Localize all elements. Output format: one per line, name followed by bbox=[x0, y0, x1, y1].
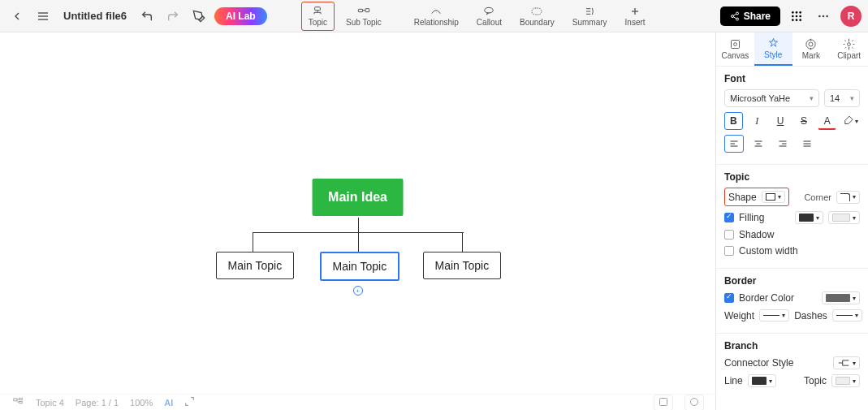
svg-rect-74 bbox=[19, 401, 23, 403]
bordercolor-select[interactable]: ▾ bbox=[822, 291, 860, 304]
font-section: Font Microsoft YaHe▾ 14▾ B I U S A ▾ bbox=[716, 67, 868, 165]
avatar[interactable]: R bbox=[840, 6, 862, 27]
branch-topic-select[interactable]: ▾ bbox=[831, 374, 860, 387]
font-family-select[interactable]: Microsoft YaHe▾ bbox=[724, 89, 819, 107]
tool-boundary[interactable]: Boundary bbox=[513, 2, 561, 31]
apps-grid-icon[interactable] bbox=[787, 6, 806, 26]
more-icon[interactable] bbox=[813, 6, 834, 27]
bottom-btn-2[interactable] bbox=[684, 395, 704, 411]
share-button[interactable]: Share bbox=[720, 6, 780, 26]
file-name[interactable]: Untitled file6 bbox=[63, 10, 127, 22]
corner-select[interactable]: ▾ bbox=[836, 191, 860, 204]
bordercolor-checkbox[interactable] bbox=[724, 293, 734, 303]
tab-mark[interactable]: Mark bbox=[792, 32, 831, 66]
topic-heading: Topic bbox=[724, 171, 860, 183]
svg-point-49 bbox=[734, 43, 737, 46]
filling-color-select[interactable]: ▾ bbox=[795, 211, 823, 224]
filling-checkbox[interactable] bbox=[724, 213, 734, 222]
fullscreen-icon[interactable] bbox=[184, 396, 195, 408]
underline-button[interactable]: U bbox=[771, 112, 790, 130]
tool-callout[interactable]: Callout bbox=[470, 2, 508, 31]
topic-section: Topic Shape ▾ Corner ▾ Filling ▾ ▾ Shado… bbox=[716, 165, 868, 269]
italic-button[interactable]: I bbox=[748, 112, 767, 130]
undo-icon[interactable] bbox=[136, 6, 158, 27]
svg-line-21 bbox=[733, 14, 736, 15]
tool-subtopic[interactable]: Sub Topic bbox=[339, 2, 388, 31]
shape-label: Shape bbox=[728, 192, 757, 203]
connector-select[interactable]: ▾ bbox=[833, 356, 860, 369]
tab-style[interactable]: Style bbox=[754, 32, 792, 66]
central-topic[interactable]: Main Idea bbox=[312, 179, 404, 216]
topic-node-selected[interactable]: Main Topic bbox=[320, 252, 400, 281]
filling-label: Filling bbox=[739, 212, 764, 223]
add-child-icon[interactable]: + bbox=[353, 286, 363, 296]
svg-point-27 bbox=[796, 15, 798, 17]
tool-insert[interactable]: Insert bbox=[619, 2, 652, 31]
tab-canvas[interactable]: Canvas bbox=[716, 32, 754, 66]
bottom-btn-1[interactable] bbox=[654, 395, 673, 411]
corner-label: Corner bbox=[804, 192, 831, 202]
bottom-zoom[interactable]: 100% bbox=[130, 398, 153, 408]
align-left-button[interactable] bbox=[724, 135, 744, 153]
bottom-ai[interactable]: AI bbox=[164, 398, 173, 408]
weight-select[interactable]: ▾ bbox=[759, 309, 789, 322]
align-justify-button[interactable] bbox=[797, 135, 817, 153]
dashes-select[interactable]: ▾ bbox=[832, 309, 862, 322]
align-center-button[interactable] bbox=[749, 135, 768, 153]
svg-point-18 bbox=[736, 12, 738, 15]
filling-secondary-select[interactable]: ▾ bbox=[828, 211, 860, 224]
tool-summary[interactable]: Summary bbox=[566, 2, 614, 31]
svg-rect-71 bbox=[14, 398, 17, 400]
back-icon[interactable] bbox=[6, 6, 28, 27]
highlight-button[interactable]: ▾ bbox=[841, 112, 860, 130]
svg-point-51 bbox=[809, 42, 813, 46]
svg-rect-76 bbox=[660, 398, 667, 405]
canvas[interactable]: Main Idea Main Topic Main Topic Main Top… bbox=[0, 32, 715, 410]
svg-point-20 bbox=[736, 18, 738, 20]
tool-topic[interactable]: Topic bbox=[301, 2, 335, 31]
branch-heading: Branch bbox=[724, 340, 860, 352]
connector-label: Connector Style bbox=[724, 357, 793, 369]
tool-topic-label: Topic bbox=[309, 18, 327, 27]
svg-point-19 bbox=[731, 15, 733, 17]
shape-select[interactable]: ▾ bbox=[762, 191, 785, 203]
svg-rect-12 bbox=[532, 8, 542, 15]
line-color-select[interactable]: ▾ bbox=[748, 374, 776, 387]
bottom-map-icon[interactable] bbox=[11, 396, 24, 409]
svg-point-28 bbox=[799, 15, 801, 17]
redo-icon[interactable] bbox=[162, 6, 184, 27]
svg-point-25 bbox=[799, 11, 801, 14]
weight-label: Weight bbox=[724, 310, 754, 322]
strike-button[interactable]: S bbox=[794, 112, 813, 130]
customwidth-checkbox[interactable] bbox=[724, 246, 734, 256]
topic-node[interactable]: Main Topic bbox=[423, 252, 502, 279]
shadow-checkbox[interactable] bbox=[724, 230, 734, 240]
svg-point-32 bbox=[818, 15, 821, 17]
font-size-select[interactable]: 14▾ bbox=[824, 89, 860, 107]
shadow-label: Shadow bbox=[739, 229, 774, 240]
svg-point-77 bbox=[691, 398, 698, 405]
text-color-button[interactable]: A bbox=[818, 112, 836, 130]
shape-control: Shape ▾ bbox=[724, 188, 789, 206]
align-right-button[interactable] bbox=[773, 135, 792, 153]
status-bar: Topic 4 Page: 1 / 1 100% AI bbox=[0, 394, 715, 410]
svg-point-31 bbox=[799, 19, 801, 21]
tool-callout-label: Callout bbox=[477, 18, 502, 27]
tool-relationship[interactable]: Relationship bbox=[408, 2, 465, 31]
svg-rect-48 bbox=[731, 41, 739, 49]
bottom-topic: Topic 4 bbox=[36, 398, 64, 408]
brush-icon[interactable] bbox=[188, 6, 209, 27]
tool-insert-label: Insert bbox=[625, 18, 646, 27]
tool-relationship-label: Relationship bbox=[414, 18, 459, 27]
ai-lab-button[interactable]: AI Lab bbox=[214, 7, 267, 25]
svg-point-23 bbox=[792, 11, 794, 14]
menu-icon[interactable] bbox=[32, 6, 54, 27]
tool-boundary-label: Boundary bbox=[520, 18, 555, 27]
topic-node[interactable]: Main Topic bbox=[216, 252, 295, 279]
bordercolor-label: Border Color bbox=[739, 292, 794, 304]
svg-point-26 bbox=[792, 15, 794, 17]
branch-section: Branch Connector Style ▾ Line ▾ Topic ▾ bbox=[716, 334, 868, 399]
tab-clipart[interactable]: Clipart bbox=[830, 32, 868, 66]
dashes-label: Dashes bbox=[794, 310, 827, 322]
bold-button[interactable]: B bbox=[724, 112, 743, 130]
